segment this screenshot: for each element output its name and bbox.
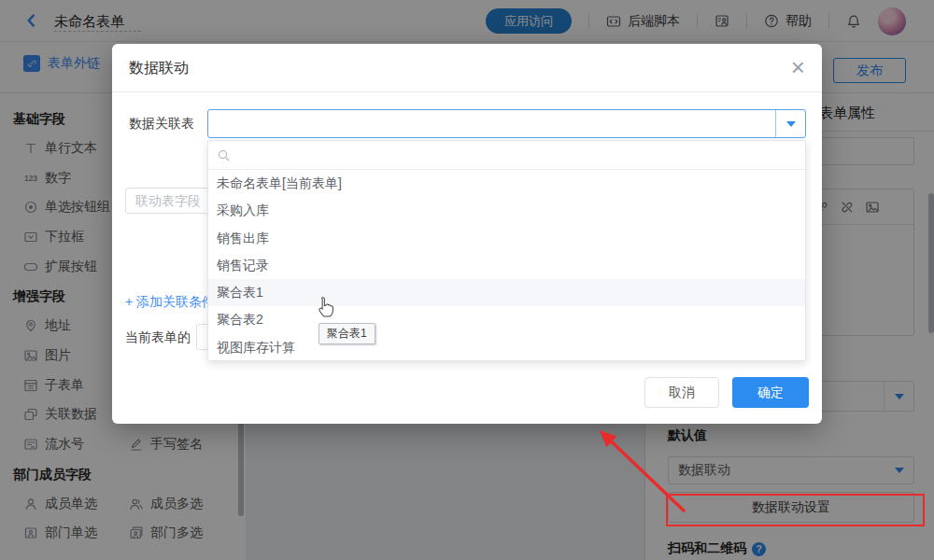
relation-table-select[interactable] [207,109,806,138]
relation-table-dropdown: 未命名表单[当前表单]采购入库销售出库销售记录聚合表1聚合表2视图库存计算 [207,140,806,361]
dropdown-option[interactable]: 销售出库 [208,225,805,252]
dropdown-option[interactable]: 采购入库 [208,197,805,224]
close-icon[interactable]: × [791,53,805,81]
dropdown-search[interactable] [208,141,805,170]
option-tooltip: 聚合表1 [318,323,375,344]
dropdown-option[interactable]: 未命名表单[当前表单] [208,170,805,197]
confirm-button[interactable]: 确定 [732,377,809,408]
current-form-label: 当前表单的 [125,329,191,346]
chevron-down-icon [786,121,796,127]
search-input[interactable] [236,141,798,169]
modal-title: 数据联动 [129,59,189,78]
cancel-button[interactable]: 取消 [644,377,719,408]
search-icon [216,147,231,162]
relation-table-label: 数据关联表 [129,116,194,133]
dropdown-option[interactable]: 聚合表1 [208,279,805,306]
dropdown-option[interactable]: 视图库存计算 [208,334,805,361]
add-condition-link[interactable]: + 添加关联条件 [125,294,215,311]
dropdown-option[interactable]: 聚合表2 [208,306,805,333]
dropdown-option[interactable]: 销售记录 [208,252,805,279]
data-linkage-modal: 数据联动 × 数据关联表 + 添加关联条件 当前表单的 未命名表单[当前表单]采… [112,44,822,424]
